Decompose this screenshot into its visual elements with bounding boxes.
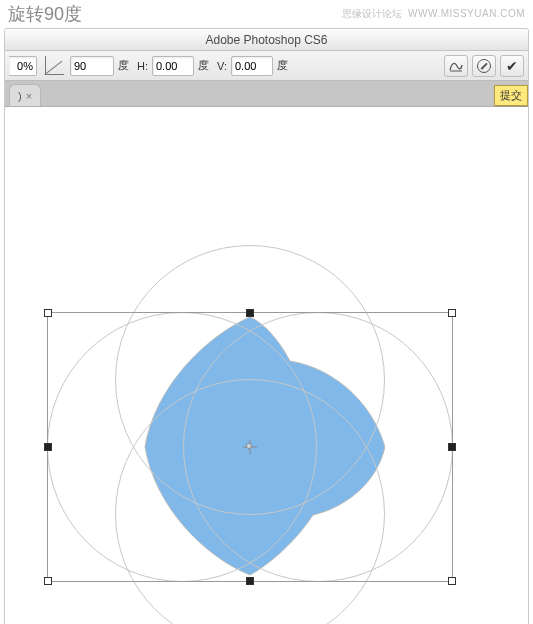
window-title: Adobe Photoshop CS6 bbox=[205, 33, 327, 47]
handle-middle-left[interactable] bbox=[44, 443, 52, 451]
h-unit: 度 bbox=[198, 58, 209, 73]
watermark-text-2: WWW.MISSYUAN.COM bbox=[408, 8, 525, 19]
close-icon[interactable]: × bbox=[26, 90, 32, 102]
document-tab[interactable]: ) × bbox=[9, 84, 41, 106]
app-window: Adobe Photoshop CS6 度 H: 度 V: 度 ✔ bbox=[4, 28, 529, 624]
canvas[interactable] bbox=[5, 107, 528, 624]
checkmark-icon: ✔ bbox=[506, 58, 518, 74]
warp-mode-button[interactable] bbox=[444, 55, 468, 77]
v-skew-input[interactable] bbox=[231, 56, 273, 76]
h-skew-input[interactable] bbox=[152, 56, 194, 76]
tab-fragment: ) bbox=[18, 90, 22, 102]
right-icon-group: ✔ bbox=[444, 55, 524, 77]
page-title: 旋转90度 bbox=[8, 2, 82, 26]
scale-input[interactable] bbox=[9, 56, 37, 76]
rotation-unit: 度 bbox=[118, 58, 129, 73]
cancel-transform-button[interactable] bbox=[472, 55, 496, 77]
options-bar: 度 H: 度 V: 度 ✔ bbox=[5, 51, 528, 81]
commit-transform-button[interactable]: ✔ bbox=[500, 55, 524, 77]
document-tabbar: ) × 提交 bbox=[5, 81, 528, 107]
handle-top-right[interactable] bbox=[448, 309, 456, 317]
handle-top-middle[interactable] bbox=[246, 309, 254, 317]
warp-icon bbox=[448, 59, 464, 73]
rotation-input[interactable] bbox=[70, 56, 114, 76]
page-header: 旋转90度 思缘设计论坛 WWW.MISSYUAN.COM bbox=[0, 0, 533, 28]
transform-center-ring bbox=[246, 443, 252, 449]
handle-bottom-right[interactable] bbox=[448, 577, 456, 585]
commit-tooltip: 提交 bbox=[494, 85, 528, 106]
handle-middle-right[interactable] bbox=[448, 443, 456, 451]
handle-bottom-left[interactable] bbox=[44, 577, 52, 585]
h-label: H: bbox=[137, 60, 148, 72]
transform-bounding-box[interactable] bbox=[47, 312, 453, 582]
scale-group bbox=[9, 56, 37, 76]
v-unit: 度 bbox=[277, 58, 288, 73]
angle-icon bbox=[45, 56, 64, 75]
watermark-text-1: 思缘设计论坛 bbox=[342, 7, 402, 21]
v-label: V: bbox=[217, 60, 227, 72]
window-titlebar: Adobe Photoshop CS6 bbox=[5, 29, 528, 51]
watermark: 思缘设计论坛 WWW.MISSYUAN.COM bbox=[342, 7, 525, 21]
handle-top-left[interactable] bbox=[44, 309, 52, 317]
handle-bottom-middle[interactable] bbox=[246, 577, 254, 585]
cancel-icon bbox=[477, 59, 491, 73]
